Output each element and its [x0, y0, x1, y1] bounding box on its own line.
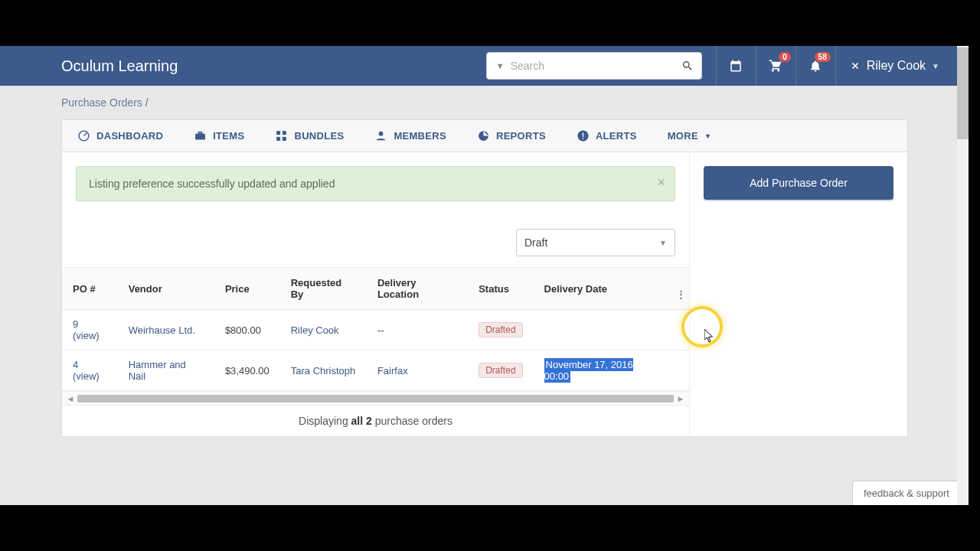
add-purchase-order-button[interactable]: Add Purchase Order	[704, 166, 893, 200]
col-requested-by[interactable]: Requested By	[280, 268, 367, 310]
tab-dashboard[interactable]: DASHBOARD	[62, 120, 178, 152]
scroll-thumb[interactable]	[957, 47, 969, 139]
tab-label: ITEMS	[213, 130, 244, 142]
notifications-badge: 58	[815, 52, 831, 62]
po-table: PO # Vendor Price Requested By Delivery …	[62, 268, 689, 391]
tab-label: REPORTS	[496, 130, 546, 142]
tab-alerts[interactable]: ALERTS	[561, 120, 652, 152]
notifications-button[interactable]: 58	[795, 46, 835, 86]
table-row: 9 (view) Weirhause Ltd. $800.00 Riley Co…	[62, 310, 689, 350]
gauge-icon	[77, 129, 90, 142]
vendor-link[interactable]: Hammer and Nail	[129, 359, 186, 382]
close-icon	[850, 60, 861, 71]
svg-rect-11	[583, 138, 583, 139]
brand-title: Oculum Learning	[61, 57, 178, 75]
chevron-down-icon: ▼	[659, 239, 667, 247]
tab-reports[interactable]: REPORTS	[462, 120, 561, 152]
svg-rect-6	[283, 137, 286, 141]
svg-rect-2	[199, 132, 202, 134]
horizontal-scrollbar[interactable]: ◄ ►	[62, 391, 689, 405]
svg-rect-4	[283, 131, 286, 135]
side-panel: Add Purchase Order	[690, 152, 908, 437]
success-alert: Listing preference successfully updated …	[76, 166, 675, 201]
tab-items[interactable]: ITEMS	[178, 120, 260, 152]
requested-by-link[interactable]: Tara Christoph	[291, 365, 356, 377]
search-container: ▼	[486, 52, 702, 80]
status-filter-select[interactable]: Draft ▼	[516, 229, 675, 256]
calendar-icon	[729, 59, 743, 73]
col-price[interactable]: Price	[214, 268, 280, 310]
search-input[interactable]	[511, 60, 674, 72]
price-cell: $800.00	[214, 310, 280, 350]
table-row: 4 (view) Hammer and Nail $3,490.00 Tara …	[62, 350, 689, 391]
tab-more[interactable]: MORE ▼	[652, 120, 727, 152]
scroll-left-icon[interactable]: ◄	[65, 394, 76, 403]
col-vendor[interactable]: Vendor	[118, 268, 214, 310]
user-name: Riley Cook	[867, 59, 926, 73]
filter-bar: Draft ▼	[62, 215, 689, 268]
col-status[interactable]: Status	[468, 268, 533, 310]
alert-icon	[577, 129, 590, 142]
vendor-link[interactable]: Weirhause Ltd.	[129, 324, 195, 336]
svg-rect-5	[277, 137, 281, 141]
po-link[interactable]: 4 (view)	[73, 359, 100, 382]
status-badge: Drafted	[479, 363, 522, 378]
price-cell: $3,490.00	[214, 350, 280, 391]
feedback-tab[interactable]: feedback & support	[852, 481, 961, 505]
scroll-track[interactable]	[77, 395, 674, 403]
scroll-right-icon[interactable]: ►	[675, 394, 686, 403]
svg-rect-3	[277, 131, 281, 135]
col-delivery-date[interactable]: Delivery Date	[534, 268, 668, 310]
location-link[interactable]: Fairfax	[377, 365, 408, 377]
person-icon	[374, 129, 387, 142]
tab-label: MEMBERS	[394, 130, 446, 142]
kebab-icon[interactable]: ⋮	[676, 289, 686, 300]
search-button[interactable]	[674, 53, 701, 79]
date-cell	[534, 310, 668, 350]
tab-bundles[interactable]: BUNDLES	[260, 120, 359, 152]
chevron-down-icon: ▼	[704, 132, 711, 140]
alert-text: Listing preference successfully updated …	[89, 178, 335, 190]
main-panel: Listing preference successfully updated …	[61, 152, 690, 437]
search-icon	[681, 60, 694, 72]
breadcrumb-link[interactable]: Purchase Orders	[61, 96, 142, 109]
svg-rect-10	[583, 132, 583, 137]
user-menu[interactable]: Riley Cook ▼	[835, 46, 953, 86]
top-nav: Oculum Learning ▼ 0 58 Riley Cook ▼	[0, 46, 969, 86]
svg-point-7	[379, 132, 384, 136]
col-location[interactable]: Delivery Location	[367, 268, 468, 310]
tab-label: ALERTS	[596, 130, 637, 142]
status-badge: Drafted	[479, 322, 522, 337]
alert-close-button[interactable]: ×	[657, 174, 665, 191]
grid-icon	[275, 129, 288, 142]
col-actions: ⋮	[668, 268, 689, 310]
breadcrumb: Purchase Orders /	[0, 86, 969, 119]
breadcrumb-sep: /	[142, 96, 149, 109]
briefcase-icon	[194, 129, 207, 142]
cart-button[interactable]: 0	[756, 46, 795, 86]
vertical-scrollbar[interactable]	[957, 46, 969, 505]
pager-summary: Displaying all 2 purchase orders	[62, 405, 689, 436]
main-tabs: DASHBOARD ITEMS BUNDLES MEMBERS REPORTS …	[61, 119, 908, 152]
tab-label: BUNDLES	[294, 130, 344, 142]
calendar-button[interactable]	[716, 46, 756, 86]
chevron-down-icon: ▼	[932, 62, 939, 70]
location-cell: --	[367, 310, 468, 350]
svg-rect-1	[195, 134, 205, 140]
search-scope-caret[interactable]: ▼	[487, 61, 511, 70]
cart-badge: 0	[779, 52, 791, 62]
col-po[interactable]: PO #	[62, 268, 118, 310]
select-value: Draft	[524, 236, 547, 249]
requested-by-link[interactable]: Riley Cook	[291, 324, 339, 336]
pie-icon	[477, 129, 490, 142]
date-cell-highlighted[interactable]: November 17, 2016 00:00	[544, 358, 633, 383]
tab-label: MORE	[668, 130, 698, 142]
po-link[interactable]: 9 (view)	[73, 318, 100, 341]
tab-label: DASHBOARD	[96, 130, 163, 142]
tab-members[interactable]: MEMBERS	[359, 120, 462, 152]
